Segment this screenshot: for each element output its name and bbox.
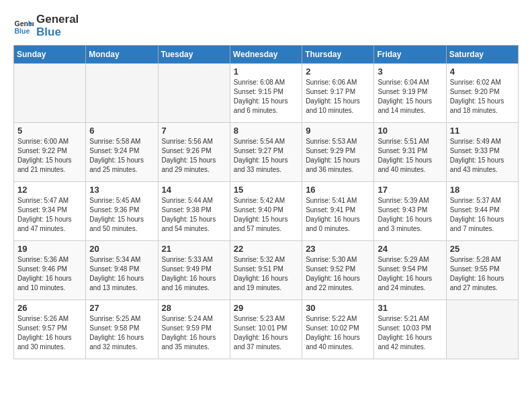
- calendar-cell: 27Sunrise: 5:25 AM Sunset: 9:58 PM Dayli…: [86, 300, 158, 359]
- calendar-cell: 11Sunrise: 5:49 AM Sunset: 9:33 PM Dayli…: [446, 123, 518, 182]
- day-number: 8: [234, 126, 298, 136]
- day-info: Sunrise: 5:56 AM Sunset: 9:26 PM Dayligh…: [162, 137, 226, 175]
- day-info: Sunrise: 5:37 AM Sunset: 9:44 PM Dayligh…: [450, 196, 515, 234]
- day-number: 2: [306, 66, 370, 77]
- day-info: Sunrise: 5:42 AM Sunset: 9:40 PM Dayligh…: [234, 196, 298, 234]
- day-number: 28: [162, 303, 226, 313]
- calendar-cell: 10Sunrise: 5:51 AM Sunset: 9:31 PM Dayli…: [374, 123, 446, 182]
- calendar-cell: 13Sunrise: 5:45 AM Sunset: 9:36 PM Dayli…: [86, 182, 158, 241]
- day-number: 23: [306, 244, 370, 254]
- day-info: Sunrise: 5:22 AM Sunset: 10:02 PM Daylig…: [306, 314, 370, 352]
- calendar-cell: 1Sunrise: 6:08 AM Sunset: 9:15 PM Daylig…: [230, 64, 302, 123]
- day-info: Sunrise: 6:06 AM Sunset: 9:17 PM Dayligh…: [306, 78, 370, 116]
- day-number: 18: [450, 185, 515, 195]
- calendar-cell: 14Sunrise: 5:44 AM Sunset: 9:38 PM Dayli…: [158, 182, 230, 241]
- calendar-cell: 24Sunrise: 5:29 AM Sunset: 9:54 PM Dayli…: [374, 241, 446, 300]
- day-number: 20: [89, 244, 154, 254]
- day-number: 7: [162, 126, 226, 136]
- svg-text:Blue: Blue: [15, 26, 30, 34]
- calendar-cell: 19Sunrise: 5:36 AM Sunset: 9:46 PM Dayli…: [14, 241, 86, 300]
- calendar-cell: 15Sunrise: 5:42 AM Sunset: 9:40 PM Dayli…: [230, 182, 302, 241]
- day-info: Sunrise: 5:47 AM Sunset: 9:34 PM Dayligh…: [17, 196, 82, 234]
- day-number: 16: [306, 185, 370, 195]
- day-info: Sunrise: 5:45 AM Sunset: 9:36 PM Dayligh…: [89, 196, 154, 234]
- day-info: Sunrise: 5:29 AM Sunset: 9:54 PM Dayligh…: [378, 255, 442, 293]
- day-info: Sunrise: 5:54 AM Sunset: 9:27 PM Dayligh…: [234, 137, 298, 175]
- day-number: 19: [17, 244, 82, 254]
- day-number: 29: [234, 303, 298, 313]
- header-saturday: Saturday: [446, 46, 518, 64]
- calendar-header-row: SundayMondayTuesdayWednesdayThursdayFrid…: [14, 46, 519, 64]
- calendar-cell: [158, 64, 230, 123]
- day-info: Sunrise: 6:04 AM Sunset: 9:19 PM Dayligh…: [378, 78, 442, 116]
- calendar-cell: 9Sunrise: 5:53 AM Sunset: 9:29 PM Daylig…: [302, 123, 374, 182]
- day-info: Sunrise: 6:00 AM Sunset: 9:22 PM Dayligh…: [17, 137, 82, 175]
- day-number: 25: [450, 244, 515, 254]
- header-friday: Friday: [374, 46, 446, 64]
- day-number: 1: [234, 66, 298, 77]
- header-monday: Monday: [86, 46, 158, 64]
- day-info: Sunrise: 5:49 AM Sunset: 9:33 PM Dayligh…: [450, 137, 515, 175]
- calendar-cell: [86, 64, 158, 123]
- calendar-cell: 18Sunrise: 5:37 AM Sunset: 9:44 PM Dayli…: [446, 182, 518, 241]
- day-info: Sunrise: 5:41 AM Sunset: 9:41 PM Dayligh…: [306, 196, 370, 234]
- calendar-cell: 6Sunrise: 5:58 AM Sunset: 9:24 PM Daylig…: [86, 123, 158, 182]
- day-number: 10: [378, 126, 442, 136]
- day-number: 5: [17, 126, 82, 136]
- day-info: Sunrise: 6:02 AM Sunset: 9:20 PM Dayligh…: [450, 78, 515, 116]
- calendar-cell: 22Sunrise: 5:32 AM Sunset: 9:51 PM Dayli…: [230, 241, 302, 300]
- week-row-4: 26Sunrise: 5:26 AM Sunset: 9:57 PM Dayli…: [14, 300, 519, 359]
- day-info: Sunrise: 5:44 AM Sunset: 9:38 PM Dayligh…: [162, 196, 226, 234]
- day-info: Sunrise: 5:36 AM Sunset: 9:46 PM Dayligh…: [17, 255, 82, 293]
- day-number: 9: [306, 126, 370, 136]
- day-info: Sunrise: 5:30 AM Sunset: 9:52 PM Dayligh…: [306, 255, 370, 293]
- header-wednesday: Wednesday: [230, 46, 302, 64]
- day-info: Sunrise: 5:23 AM Sunset: 10:01 PM Daylig…: [234, 314, 298, 352]
- logo: General Blue General Blue: [13, 13, 79, 38]
- calendar-table: SundayMondayTuesdayWednesdayThursdayFrid…: [13, 45, 519, 359]
- week-row-3: 19Sunrise: 5:36 AM Sunset: 9:46 PM Dayli…: [14, 241, 519, 300]
- calendar-cell: 17Sunrise: 5:39 AM Sunset: 9:43 PM Dayli…: [374, 182, 446, 241]
- day-number: 30: [306, 303, 370, 313]
- calendar-cell: 30Sunrise: 5:22 AM Sunset: 10:02 PM Dayl…: [302, 300, 374, 359]
- calendar-cell: 20Sunrise: 5:34 AM Sunset: 9:48 PM Dayli…: [86, 241, 158, 300]
- calendar-cell: 23Sunrise: 5:30 AM Sunset: 9:52 PM Dayli…: [302, 241, 374, 300]
- week-row-2: 12Sunrise: 5:47 AM Sunset: 9:34 PM Dayli…: [14, 182, 519, 241]
- day-info: Sunrise: 5:53 AM Sunset: 9:29 PM Dayligh…: [306, 137, 370, 175]
- day-info: Sunrise: 5:24 AM Sunset: 9:59 PM Dayligh…: [162, 314, 226, 352]
- calendar-cell: 3Sunrise: 6:04 AM Sunset: 9:19 PM Daylig…: [374, 64, 446, 123]
- logo-icon: General Blue: [13, 16, 34, 36]
- calendar-cell: [446, 300, 518, 359]
- week-row-0: 1Sunrise: 6:08 AM Sunset: 9:15 PM Daylig…: [14, 64, 519, 123]
- day-number: 24: [378, 244, 442, 254]
- day-info: Sunrise: 5:28 AM Sunset: 9:55 PM Dayligh…: [450, 255, 515, 293]
- day-number: 13: [89, 185, 154, 195]
- calendar-cell: [14, 64, 86, 123]
- calendar-body: 1Sunrise: 6:08 AM Sunset: 9:15 PM Daylig…: [14, 64, 519, 359]
- calendar-cell: 12Sunrise: 5:47 AM Sunset: 9:34 PM Dayli…: [14, 182, 86, 241]
- day-number: 27: [89, 303, 154, 313]
- calendar-cell: 28Sunrise: 5:24 AM Sunset: 9:59 PM Dayli…: [158, 300, 230, 359]
- day-number: 4: [450, 66, 515, 77]
- calendar-cell: 7Sunrise: 5:56 AM Sunset: 9:26 PM Daylig…: [158, 123, 230, 182]
- day-info: Sunrise: 5:39 AM Sunset: 9:43 PM Dayligh…: [378, 196, 442, 234]
- calendar-cell: 2Sunrise: 6:06 AM Sunset: 9:17 PM Daylig…: [302, 64, 374, 123]
- header-thursday: Thursday: [302, 46, 374, 64]
- day-number: 12: [17, 185, 82, 195]
- calendar-cell: 25Sunrise: 5:28 AM Sunset: 9:55 PM Dayli…: [446, 241, 518, 300]
- week-row-1: 5Sunrise: 6:00 AM Sunset: 9:22 PM Daylig…: [14, 123, 519, 182]
- day-number: 11: [450, 126, 515, 136]
- day-info: Sunrise: 5:33 AM Sunset: 9:49 PM Dayligh…: [162, 255, 226, 293]
- day-number: 26: [17, 303, 82, 313]
- day-info: Sunrise: 5:34 AM Sunset: 9:48 PM Dayligh…: [89, 255, 154, 293]
- day-number: 31: [378, 303, 442, 313]
- day-number: 3: [378, 66, 442, 77]
- page-header: General Blue General Blue: [13, 13, 519, 38]
- day-number: 17: [378, 185, 442, 195]
- header-sunday: Sunday: [14, 46, 86, 64]
- day-number: 6: [89, 126, 154, 136]
- day-number: 22: [234, 244, 298, 254]
- calendar-cell: 31Sunrise: 5:21 AM Sunset: 10:03 PM Dayl…: [374, 300, 446, 359]
- day-info: Sunrise: 6:08 AM Sunset: 9:15 PM Dayligh…: [234, 78, 298, 116]
- calendar-cell: 26Sunrise: 5:26 AM Sunset: 9:57 PM Dayli…: [14, 300, 86, 359]
